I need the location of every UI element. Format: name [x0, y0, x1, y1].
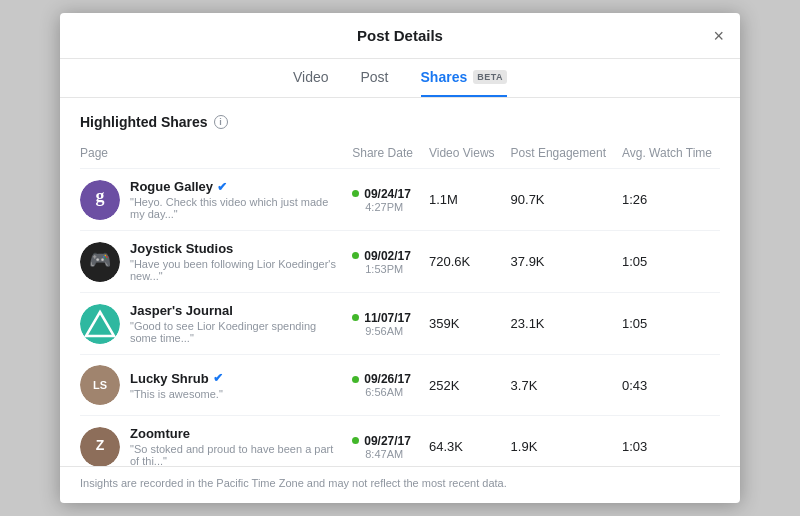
post-engagement-joystick-studios: 37.9K	[503, 231, 614, 293]
share-date-zoomture: 09/27/17 8:47AM	[344, 416, 421, 467]
post-engagement-lucky-shrub: 3.7K	[503, 355, 614, 416]
page-cell-lucky-shrub: LS Lucky Shrub✔ "This is awesome."	[80, 355, 344, 416]
table-row: LS Lucky Shrub✔ "This is awesome." 09/26…	[80, 355, 720, 416]
page-cell-zoomture: Z Zoomture "So stoked and proud to have …	[80, 416, 344, 467]
beta-badge: BETA	[473, 70, 507, 84]
modal-header: Post Details ×	[60, 13, 740, 59]
video-views-joystick-studios: 720.6K	[421, 231, 503, 293]
share-date-jaspers-journal: 11/07/17 9:56AM	[344, 293, 421, 355]
section-title: Highlighted Shares i	[80, 114, 720, 130]
avg-watch-time-jaspers-journal: 1:05	[614, 293, 720, 355]
svg-text:🎮: 🎮	[89, 249, 112, 271]
green-dot	[352, 190, 359, 197]
green-dot	[352, 376, 359, 383]
avg-watch-time-rogue-galley: 1:26	[614, 169, 720, 231]
page-quote-joystick-studios: "Have you been following Lior Koedinger'…	[130, 258, 336, 282]
shares-table: Page Share Date Video Views Post Engagem…	[80, 142, 720, 466]
svg-text:g: g	[96, 186, 105, 206]
avatar-lucky-shrub: LS	[80, 365, 120, 405]
modal-content: Highlighted Shares i Page Share Date Vid…	[60, 98, 740, 466]
page-quote-lucky-shrub: "This is awesome."	[130, 388, 223, 400]
avatar-zoomture: Z	[80, 427, 120, 467]
video-views-zoomture: 64.3K	[421, 416, 503, 467]
page-quote-rogue-galley: "Heyo. Check this video which just made …	[130, 196, 336, 220]
table-row: g Rogue Galley✔ "Heyo. Check this video …	[80, 169, 720, 231]
svg-text:LS: LS	[93, 379, 107, 391]
video-views-lucky-shrub: 252K	[421, 355, 503, 416]
verified-icon: ✔	[217, 180, 227, 194]
col-header-video-views: Video Views	[421, 142, 503, 169]
table-row: 🎮 Joystick Studios "Have you been follow…	[80, 231, 720, 293]
svg-text:Z: Z	[96, 437, 105, 453]
verified-icon: ✔	[213, 371, 223, 385]
page-name-jaspers-journal: Jasper's Journal	[130, 303, 336, 318]
share-date-rogue-galley: 09/24/17 4:27PM	[344, 169, 421, 231]
page-quote-jaspers-journal: "Good to see Lior Koedinger spending som…	[130, 320, 336, 344]
page-cell-rogue-galley: g Rogue Galley✔ "Heyo. Check this video …	[80, 169, 344, 231]
avg-watch-time-zoomture: 1:03	[614, 416, 720, 467]
avatar-rogue-galley: g	[80, 180, 120, 220]
post-engagement-rogue-galley: 90.7K	[503, 169, 614, 231]
tab-shares[interactable]: Shares BETA	[421, 69, 508, 97]
tabs-container: Video Post Shares BETA	[60, 59, 740, 98]
video-views-rogue-galley: 1.1M	[421, 169, 503, 231]
avg-watch-time-joystick-studios: 1:05	[614, 231, 720, 293]
page-name-zoomture: Zoomture	[130, 426, 336, 441]
col-header-avg-watch-time: Avg. Watch Time	[614, 142, 720, 169]
page-quote-zoomture: "So stoked and proud to have been a part…	[130, 443, 336, 466]
green-dot	[352, 437, 359, 444]
page-name-rogue-galley: Rogue Galley✔	[130, 179, 336, 194]
video-views-jaspers-journal: 359K	[421, 293, 503, 355]
avg-watch-time-lucky-shrub: 0:43	[614, 355, 720, 416]
green-dot	[352, 252, 359, 259]
share-date-joystick-studios: 09/02/17 1:53PM	[344, 231, 421, 293]
col-header-page: Page	[80, 142, 344, 169]
col-header-post-engagement: Post Engagement	[503, 142, 614, 169]
avatar-jaspers-journal	[80, 304, 120, 344]
modal-title: Post Details	[357, 27, 443, 44]
page-cell-jaspers-journal: Jasper's Journal "Good to see Lior Koedi…	[80, 293, 344, 355]
footer-note: Insights are recorded in the Pacific Tim…	[60, 466, 740, 503]
post-details-modal: Post Details × Video Post Shares BETA Hi…	[60, 13, 740, 503]
post-engagement-zoomture: 1.9K	[503, 416, 614, 467]
info-icon[interactable]: i	[214, 115, 228, 129]
close-button[interactable]: ×	[713, 27, 724, 45]
post-engagement-jaspers-journal: 23.1K	[503, 293, 614, 355]
table-row: Jasper's Journal "Good to see Lior Koedi…	[80, 293, 720, 355]
table-row: Z Zoomture "So stoked and proud to have …	[80, 416, 720, 467]
avatar-joystick-studios: 🎮	[80, 242, 120, 282]
share-date-lucky-shrub: 09/26/17 6:56AM	[344, 355, 421, 416]
modal-overlay: Post Details × Video Post Shares BETA Hi…	[0, 0, 800, 516]
green-dot	[352, 314, 359, 321]
tab-post[interactable]: Post	[361, 69, 389, 97]
page-name-joystick-studios: Joystick Studios	[130, 241, 336, 256]
page-name-lucky-shrub: Lucky Shrub✔	[130, 371, 223, 386]
tab-video[interactable]: Video	[293, 69, 329, 97]
page-cell-joystick-studios: 🎮 Joystick Studios "Have you been follow…	[80, 231, 344, 293]
col-header-share-date: Share Date	[344, 142, 421, 169]
